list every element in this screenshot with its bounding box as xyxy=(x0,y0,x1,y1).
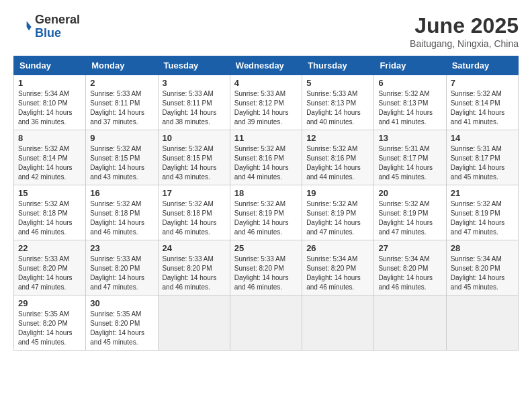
day-number: 24 xyxy=(163,243,226,253)
day-number: 12 xyxy=(306,133,369,143)
header-sunday: Sunday xyxy=(14,56,86,75)
calendar-day-10: 10 Sunrise: 5:32 AM Sunset: 8:15 PM Dayl… xyxy=(158,130,230,185)
svg-marker-0 xyxy=(27,21,32,26)
day-info: Sunrise: 5:33 AM Sunset: 8:20 PM Dayligh… xyxy=(163,255,217,291)
day-info: Sunrise: 5:33 AM Sunset: 8:20 PM Dayligh… xyxy=(234,255,289,291)
calendar-day-14: 14 Sunrise: 5:31 AM Sunset: 8:17 PM Dayl… xyxy=(446,130,518,185)
day-number: 14 xyxy=(451,133,514,143)
day-info: Sunrise: 5:32 AM Sunset: 8:19 PM Dayligh… xyxy=(306,200,361,236)
day-info: Sunrise: 5:32 AM Sunset: 8:14 PM Dayligh… xyxy=(451,90,505,126)
day-number: 25 xyxy=(234,243,298,253)
calendar-day-26: 26 Sunrise: 5:34 AM Sunset: 8:20 PM Dayl… xyxy=(302,240,374,295)
calendar-day-9: 9 Sunrise: 5:32 AM Sunset: 8:15 PM Dayli… xyxy=(86,130,158,185)
calendar-week-5: 29 Sunrise: 5:35 AM Sunset: 8:20 PM Dayl… xyxy=(14,295,519,351)
day-number: 8 xyxy=(18,133,81,143)
calendar-day-20: 20 Sunrise: 5:32 AM Sunset: 8:19 PM Dayl… xyxy=(374,185,446,240)
day-info: Sunrise: 5:33 AM Sunset: 8:20 PM Dayligh… xyxy=(90,255,144,291)
day-info: Sunrise: 5:32 AM Sunset: 8:13 PM Dayligh… xyxy=(378,90,433,126)
day-info: Sunrise: 5:34 AM Sunset: 8:10 PM Dayligh… xyxy=(18,90,73,126)
day-number: 28 xyxy=(451,243,514,253)
calendar-day-22: 22 Sunrise: 5:33 AM Sunset: 8:20 PM Dayl… xyxy=(14,240,86,295)
calendar-day-3: 3 Sunrise: 5:33 AM Sunset: 8:11 PM Dayli… xyxy=(158,75,230,130)
day-number: 3 xyxy=(163,78,226,88)
day-number: 7 xyxy=(451,78,514,88)
day-info: Sunrise: 5:32 AM Sunset: 8:19 PM Dayligh… xyxy=(451,200,505,236)
header-saturday: Saturday xyxy=(446,56,518,75)
calendar-day-4: 4 Sunrise: 5:33 AM Sunset: 8:12 PM Dayli… xyxy=(230,75,302,130)
day-number: 9 xyxy=(90,133,153,143)
calendar-day-13: 13 Sunrise: 5:31 AM Sunset: 8:17 PM Dayl… xyxy=(374,130,446,185)
day-info: Sunrise: 5:32 AM Sunset: 8:15 PM Dayligh… xyxy=(163,145,217,181)
logo: General Blue xyxy=(13,13,80,40)
calendar-day-16: 16 Sunrise: 5:32 AM Sunset: 8:18 PM Dayl… xyxy=(86,185,158,240)
calendar-day-8: 8 Sunrise: 5:32 AM Sunset: 8:14 PM Dayli… xyxy=(14,130,86,185)
day-number: 6 xyxy=(378,78,441,88)
calendar-day-28: 28 Sunrise: 5:34 AM Sunset: 8:20 PM Dayl… xyxy=(446,240,518,295)
calendar-day-21: 21 Sunrise: 5:32 AM Sunset: 8:19 PM Dayl… xyxy=(446,185,518,240)
day-info: Sunrise: 5:32 AM Sunset: 8:14 PM Dayligh… xyxy=(18,145,73,181)
day-info: Sunrise: 5:32 AM Sunset: 8:19 PM Dayligh… xyxy=(378,200,433,236)
day-info: Sunrise: 5:34 AM Sunset: 8:20 PM Dayligh… xyxy=(451,255,505,291)
day-info: Sunrise: 5:32 AM Sunset: 8:16 PM Dayligh… xyxy=(306,145,361,181)
logo-icon xyxy=(13,17,32,36)
calendar: Sunday Monday Tuesday Wednesday Thursday… xyxy=(13,56,519,351)
logo-text: General Blue xyxy=(35,13,80,40)
empty-cell xyxy=(374,295,446,351)
day-number: 20 xyxy=(378,188,441,198)
calendar-day-29: 29 Sunrise: 5:35 AM Sunset: 8:20 PM Dayl… xyxy=(14,295,86,351)
day-info: Sunrise: 5:32 AM Sunset: 8:19 PM Dayligh… xyxy=(234,200,289,236)
day-number: 23 xyxy=(90,243,153,253)
calendar-day-6: 6 Sunrise: 5:32 AM Sunset: 8:13 PM Dayli… xyxy=(374,75,446,130)
day-number: 11 xyxy=(234,133,298,143)
title-area: June 2025 Baitugang, Ningxia, China xyxy=(410,13,519,49)
calendar-week-4: 22 Sunrise: 5:33 AM Sunset: 8:20 PM Dayl… xyxy=(14,240,519,295)
day-number: 13 xyxy=(378,133,441,143)
day-info: Sunrise: 5:31 AM Sunset: 8:17 PM Dayligh… xyxy=(378,145,433,181)
header-tuesday: Tuesday xyxy=(158,56,230,75)
calendar-week-3: 15 Sunrise: 5:32 AM Sunset: 8:18 PM Dayl… xyxy=(14,185,519,240)
header-wednesday: Wednesday xyxy=(230,56,302,75)
location-title: Baitugang, Ningxia, China xyxy=(410,38,519,49)
calendar-day-15: 15 Sunrise: 5:32 AM Sunset: 8:18 PM Dayl… xyxy=(14,185,86,240)
calendar-day-27: 27 Sunrise: 5:34 AM Sunset: 8:20 PM Dayl… xyxy=(374,240,446,295)
day-info: Sunrise: 5:33 AM Sunset: 8:12 PM Dayligh… xyxy=(234,90,289,126)
day-info: Sunrise: 5:32 AM Sunset: 8:18 PM Dayligh… xyxy=(163,200,217,236)
day-info: Sunrise: 5:31 AM Sunset: 8:17 PM Dayligh… xyxy=(451,145,505,181)
day-number: 16 xyxy=(90,188,153,198)
day-number: 19 xyxy=(306,188,369,198)
empty-cell xyxy=(446,295,518,351)
weekday-header-row: Sunday Monday Tuesday Wednesday Thursday… xyxy=(14,56,519,75)
day-number: 5 xyxy=(306,78,369,88)
day-info: Sunrise: 5:34 AM Sunset: 8:20 PM Dayligh… xyxy=(378,255,433,291)
header: General Blue June 2025 Baitugang, Ningxi… xyxy=(13,13,519,49)
day-number: 1 xyxy=(18,78,81,88)
svg-marker-1 xyxy=(27,27,32,31)
calendar-day-30: 30 Sunrise: 5:35 AM Sunset: 8:20 PM Dayl… xyxy=(86,295,158,351)
calendar-day-5: 5 Sunrise: 5:33 AM Sunset: 8:13 PM Dayli… xyxy=(302,75,374,130)
logo-blue: Blue xyxy=(35,27,80,40)
header-friday: Friday xyxy=(374,56,446,75)
header-monday: Monday xyxy=(86,56,158,75)
day-number: 2 xyxy=(90,78,153,88)
day-number: 17 xyxy=(163,188,226,198)
calendar-day-12: 12 Sunrise: 5:32 AM Sunset: 8:16 PM Dayl… xyxy=(302,130,374,185)
day-number: 4 xyxy=(234,78,298,88)
empty-cell xyxy=(302,295,374,351)
calendar-week-2: 8 Sunrise: 5:32 AM Sunset: 8:14 PM Dayli… xyxy=(14,130,519,185)
day-info: Sunrise: 5:32 AM Sunset: 8:18 PM Dayligh… xyxy=(18,200,73,236)
day-info: Sunrise: 5:32 AM Sunset: 8:15 PM Dayligh… xyxy=(90,145,144,181)
day-info: Sunrise: 5:33 AM Sunset: 8:13 PM Dayligh… xyxy=(306,90,361,126)
empty-cell xyxy=(158,295,230,351)
calendar-day-23: 23 Sunrise: 5:33 AM Sunset: 8:20 PM Dayl… xyxy=(86,240,158,295)
day-number: 26 xyxy=(306,243,369,253)
day-number: 29 xyxy=(18,298,81,308)
calendar-day-11: 11 Sunrise: 5:32 AM Sunset: 8:16 PM Dayl… xyxy=(230,130,302,185)
day-number: 22 xyxy=(18,243,81,253)
header-thursday: Thursday xyxy=(302,56,374,75)
day-info: Sunrise: 5:33 AM Sunset: 8:11 PM Dayligh… xyxy=(90,90,144,126)
day-number: 10 xyxy=(163,133,226,143)
empty-cell xyxy=(230,295,302,351)
day-info: Sunrise: 5:34 AM Sunset: 8:20 PM Dayligh… xyxy=(306,255,361,291)
day-number: 18 xyxy=(234,188,298,198)
calendar-day-19: 19 Sunrise: 5:32 AM Sunset: 8:19 PM Dayl… xyxy=(302,185,374,240)
